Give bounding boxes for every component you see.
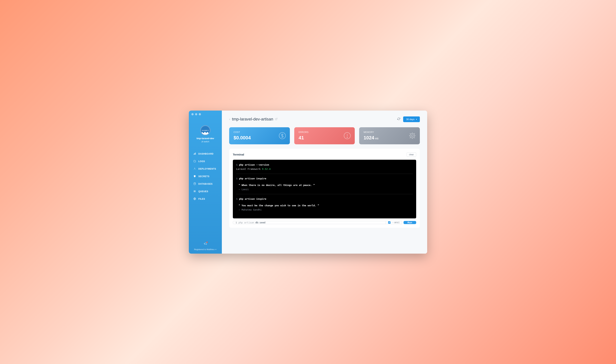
svg-rect-1 bbox=[194, 153, 195, 155]
memory-unit: MB bbox=[375, 137, 379, 140]
memory-card[interactable]: MEMORY 1024MB bbox=[359, 127, 420, 144]
switch-project[interactable]: switch bbox=[191, 141, 220, 143]
quote-author: — Laozi bbox=[236, 187, 413, 192]
project-name: tmp-laravel-dev bbox=[191, 137, 220, 140]
command-input-wrap[interactable]: $ php artisan bbox=[233, 221, 386, 224]
refresh-button[interactable] bbox=[397, 117, 400, 121]
quote-text: “ When there is no desire, all things ar… bbox=[236, 183, 413, 187]
stat-cards: COST $0.0004 ERRORS 41 MEMORY 1024MB bbox=[229, 127, 420, 144]
nav-secrets[interactable]: SECRETS bbox=[189, 173, 222, 180]
command-text: php artisan inspire bbox=[239, 197, 266, 200]
alert-icon bbox=[343, 132, 351, 140]
nav-queues[interactable]: QUEUES bbox=[189, 188, 222, 195]
announcements-button[interactable] bbox=[204, 242, 207, 246]
sidebar-nav: DASHBOARD LOGS DEPLOYMENTS SECRETS bbox=[189, 146, 222, 239]
cost-label: COST bbox=[233, 131, 285, 133]
clear-button[interactable]: clear bbox=[407, 152, 416, 157]
svg-rect-0 bbox=[194, 154, 194, 155]
period-dropdown[interactable]: 30 days bbox=[403, 117, 420, 122]
window-dot-max[interactable] bbox=[199, 113, 201, 115]
shield-icon bbox=[193, 175, 196, 178]
terminal-output[interactable]: $ php artisan --version Laravel Framewor… bbox=[233, 160, 416, 218]
terminal-input-row: $ php artisan --ansi Run bbox=[233, 221, 416, 224]
bars-icon bbox=[193, 190, 196, 193]
window-dot-close[interactable] bbox=[192, 113, 193, 115]
header-actions: 30 days bbox=[397, 117, 420, 122]
app-window: us-east-1 tmp-laravel-dev switch DASHBOA… bbox=[189, 111, 427, 254]
command-text: php artisan inspire bbox=[239, 177, 266, 180]
external-link-icon[interactable] bbox=[275, 118, 278, 121]
notification-badge bbox=[206, 242, 208, 243]
terminal-panel: Terminal clear $ php artisan --version L… bbox=[229, 149, 420, 228]
gear-icon bbox=[409, 132, 416, 140]
rocket-icon bbox=[193, 168, 196, 170]
project-avatar[interactable]: us-east-1 bbox=[200, 125, 210, 135]
cost-card[interactable]: COST $0.0004 bbox=[229, 127, 290, 144]
svg-rect-4 bbox=[194, 190, 194, 192]
memory-value: 1024MB bbox=[364, 135, 415, 141]
svg-point-11 bbox=[347, 137, 348, 138]
nav-label: DATABASES bbox=[198, 183, 212, 185]
terminal-block: $ php artisan --version Laravel Framewor… bbox=[236, 163, 413, 174]
nav-label: LOGS bbox=[198, 160, 205, 163]
nav-logs[interactable]: LOGS bbox=[189, 158, 222, 165]
region-label: us-east-1 bbox=[202, 130, 209, 131]
database-icon bbox=[193, 182, 196, 186]
ansi-label: --ansi bbox=[392, 221, 399, 224]
svg-rect-2 bbox=[195, 153, 196, 155]
memory-number: 1024 bbox=[364, 135, 374, 141]
version-text: 9.52.4 bbox=[262, 168, 270, 170]
errors-label: ERRORS bbox=[299, 131, 350, 133]
dollar-icon bbox=[279, 132, 286, 140]
prompt-sign: $ bbox=[236, 197, 239, 200]
window-dot-min[interactable] bbox=[195, 113, 197, 115]
quote-text: “ You must be the change you wish to see… bbox=[236, 203, 413, 208]
content-header: ‹ tmp-laravel-dev-artisan 30 days bbox=[229, 117, 420, 122]
terminal-header: Terminal clear bbox=[233, 152, 416, 157]
prompt-sign: $ bbox=[236, 163, 239, 166]
sidebar: us-east-1 tmp-laravel-dev switch DASHBOA… bbox=[189, 111, 222, 254]
registered-to[interactable]: Registered to Matthieu ⇨ bbox=[192, 248, 219, 251]
scroll-icon bbox=[193, 160, 196, 163]
command-input[interactable] bbox=[255, 221, 383, 224]
back-button[interactable]: ‹ bbox=[229, 117, 230, 121]
globe-icon bbox=[193, 197, 196, 201]
ansi-checkbox[interactable] bbox=[388, 221, 390, 224]
svg-point-3 bbox=[194, 183, 195, 183]
svg-point-13 bbox=[411, 135, 413, 137]
quote-author: — Mahatma Gandhi bbox=[236, 208, 413, 212]
errors-card[interactable]: ERRORS 41 bbox=[294, 127, 355, 144]
nav-dashboard[interactable]: DASHBOARD bbox=[189, 150, 222, 158]
sidebar-footer: Registered to Matthieu ⇨ bbox=[189, 239, 222, 254]
nav-label: DASHBOARD bbox=[198, 153, 214, 155]
terminal-title: Terminal bbox=[233, 153, 244, 156]
nav-label: QUEUES bbox=[198, 190, 208, 193]
window-controls bbox=[192, 113, 201, 115]
title-wrap: ‹ tmp-laravel-dev-artisan bbox=[229, 117, 278, 122]
sidebar-header: us-east-1 tmp-laravel-dev switch bbox=[189, 122, 222, 146]
memory-label: MEMORY bbox=[364, 131, 415, 133]
terminal-block: $ php artisan inspire “ You must be the … bbox=[236, 197, 413, 214]
output-line: Laravel Framework 9.52.4 bbox=[236, 167, 413, 171]
nav-databases[interactable]: DATABASES bbox=[189, 180, 222, 188]
svg-rect-5 bbox=[194, 190, 195, 192]
period-label: 30 days bbox=[406, 118, 414, 121]
prompt-sign: $ bbox=[236, 177, 239, 180]
terminal-block: $ php artisan inspire “ When there is no… bbox=[236, 176, 413, 194]
main-content: ‹ tmp-laravel-dev-artisan 30 days COST $… bbox=[222, 111, 427, 254]
run-button[interactable]: Run bbox=[404, 221, 416, 224]
nav-label: FILES bbox=[198, 198, 205, 200]
nav-label: SECRETS bbox=[198, 175, 209, 178]
cost-value: $0.0004 bbox=[233, 135, 285, 141]
ansi-toggle[interactable]: --ansi bbox=[386, 221, 402, 224]
command-text: php artisan --version bbox=[239, 163, 269, 166]
input-prefix: $ php artisan bbox=[236, 221, 254, 224]
nav-files[interactable]: FILES bbox=[189, 195, 222, 203]
page-title: tmp-laravel-dev-artisan bbox=[232, 117, 273, 122]
nav-deployments[interactable]: DEPLOYMENTS bbox=[189, 165, 222, 173]
bar-chart-icon bbox=[193, 152, 196, 156]
nav-label: DEPLOYMENTS bbox=[198, 168, 216, 170]
svg-point-12 bbox=[410, 133, 415, 138]
errors-value: 41 bbox=[299, 135, 350, 141]
svg-rect-6 bbox=[195, 190, 195, 192]
